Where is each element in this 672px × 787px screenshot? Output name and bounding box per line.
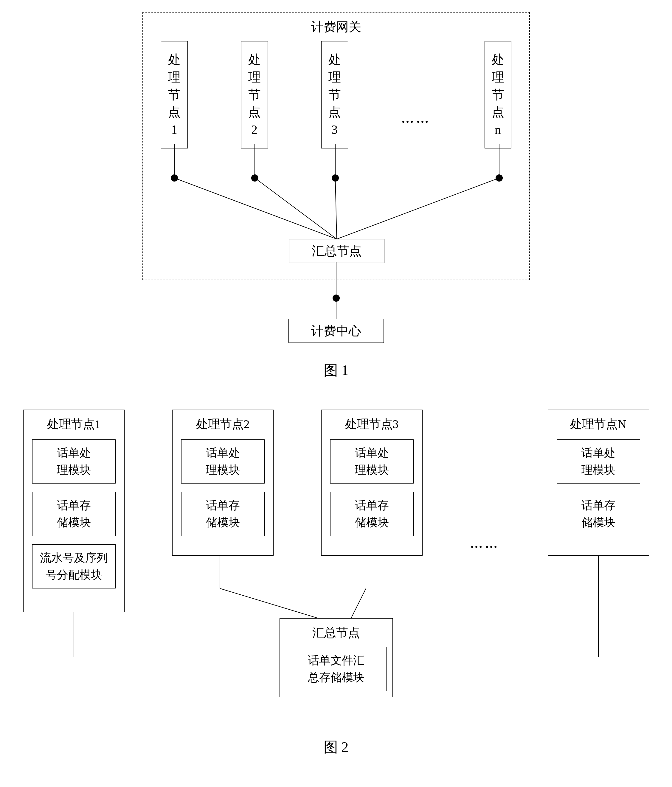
proc-nodes-row-2: 处理节点1 话单处理模块 话单存储模块 流水号及序列号分配模块 处理节点2 话单… xyxy=(23,409,649,612)
module-box: 话单处理模块 xyxy=(557,439,640,484)
figure-2-label: 图 2 xyxy=(23,738,649,757)
proc-node-label: 处理节点1 xyxy=(168,51,181,139)
module-box: 话单存储模块 xyxy=(557,492,640,536)
proc-node2-title: 处理节点2 xyxy=(196,416,250,432)
aggregate-node-2: 汇总节点 话单文件汇总存储模块 xyxy=(279,618,393,697)
svg-line-8 xyxy=(335,178,337,239)
processing-node-n: 处理节点n xyxy=(484,41,511,149)
module-box: 话单存储模块 xyxy=(181,492,265,536)
module-box: 话单处理模块 xyxy=(32,439,116,484)
proc-node2-title: 处理节点N xyxy=(570,416,626,432)
module-box: 流水号及序列号分配模块 xyxy=(32,544,116,588)
processing-node-3: 处理节点3 xyxy=(321,41,348,149)
figure-1-label: 图 1 xyxy=(128,361,545,380)
svg-point-7 xyxy=(332,174,339,182)
svg-point-1 xyxy=(171,174,178,182)
proc-node2-3: 处理节点3 话单处理模块 话单存储模块 xyxy=(321,409,423,556)
proc-node2-2: 处理节点2 话单处理模块 话单存储模块 xyxy=(172,409,274,556)
proc-node2-title: 处理节点3 xyxy=(345,416,399,432)
module-box: 话单存储模块 xyxy=(330,492,413,536)
svg-line-2 xyxy=(174,178,337,239)
figure-1: 计费网关 处理节点1 处理节点2 处理节点3 …… 处理节点n xyxy=(128,12,545,380)
proc-node2-n: 处理节点N 话单处理模块 话单存储模块 xyxy=(548,409,649,556)
billing-gateway-box: 计费网关 处理节点1 处理节点2 处理节点3 …… 处理节点n xyxy=(142,12,530,280)
proc-node-label: 处理节点2 xyxy=(248,51,261,139)
proc-node-label: 处理节点n xyxy=(492,51,504,139)
aggregate2-title: 汇总节点 xyxy=(286,624,386,641)
processing-node-2: 处理节点2 xyxy=(241,41,268,149)
module-box: 话单存储模块 xyxy=(32,492,116,536)
proc-node2-1: 处理节点1 话单处理模块 话单存储模块 流水号及序列号分配模块 xyxy=(23,409,125,612)
ellipsis: …… xyxy=(401,112,431,126)
proc-node-label: 处理节点3 xyxy=(328,51,341,139)
svg-line-5 xyxy=(255,178,337,239)
svg-line-11 xyxy=(337,178,499,239)
module-box: 话单处理模块 xyxy=(181,439,265,484)
processing-nodes-row: 处理节点1 处理节点2 处理节点3 …… 处理节点n xyxy=(161,41,511,149)
module-box: 话单处理模块 xyxy=(330,439,413,484)
processing-node-1: 处理节点1 xyxy=(161,41,188,149)
aggregate2-module: 话单文件汇总存储模块 xyxy=(286,647,386,691)
proc-node2-title: 处理节点1 xyxy=(47,416,101,432)
figure-2: 处理节点1 话单处理模块 话单存储模块 流水号及序列号分配模块 处理节点2 话单… xyxy=(23,409,649,757)
gateway-title: 计费网关 xyxy=(161,19,511,35)
svg-point-10 xyxy=(495,174,503,182)
billing-center: 计费中心 xyxy=(289,319,384,343)
aggregate-node: 汇总节点 xyxy=(289,239,385,263)
svg-point-13 xyxy=(333,294,340,302)
svg-point-4 xyxy=(251,174,259,182)
ellipsis: …… xyxy=(470,537,500,551)
